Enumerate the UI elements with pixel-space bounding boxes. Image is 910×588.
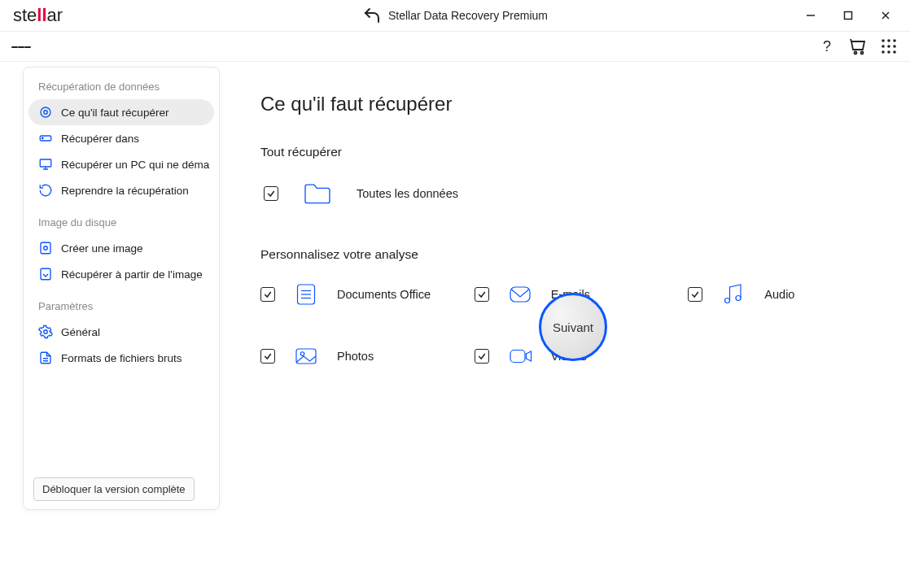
sidebar-item-recover-from-image[interactable]: Récupérer à partir de l'image bbox=[28, 261, 214, 287]
sidebar-group-settings: Paramètres bbox=[28, 300, 214, 319]
checkbox-audio[interactable] bbox=[688, 287, 702, 302]
apps-button[interactable] bbox=[879, 37, 899, 56]
file-icon bbox=[38, 351, 53, 365]
sidebar-group-disk-image: Image du disque bbox=[28, 216, 214, 235]
documents-label: Documents Office bbox=[337, 288, 431, 301]
svg-point-14 bbox=[893, 50, 896, 54]
photos-label: Photos bbox=[337, 350, 374, 363]
videos-icon bbox=[504, 340, 536, 372]
svg-point-15 bbox=[41, 107, 50, 117]
sidebar-item-label: Récupérer dans bbox=[61, 133, 139, 145]
section-custom-title: Personnalisez votre analyse bbox=[260, 247, 886, 262]
monitor-icon bbox=[38, 157, 53, 172]
svg-rect-35 bbox=[296, 349, 316, 364]
svg-point-7 bbox=[887, 39, 890, 42]
sidebar: Récupération de données Ce qu'il faut ré… bbox=[23, 67, 220, 510]
window-title-text: Stellar Data Recovery Premium bbox=[388, 9, 548, 22]
close-button[interactable] bbox=[874, 4, 897, 27]
svg-point-11 bbox=[893, 45, 896, 48]
titlebar: stellar Stellar Data Recovery Premium bbox=[0, 0, 910, 32]
checkbox-emails[interactable] bbox=[475, 287, 489, 302]
audio-label: Audio bbox=[764, 288, 794, 301]
email-icon bbox=[504, 278, 536, 311]
next-button[interactable]: Suivant bbox=[539, 293, 607, 361]
sidebar-item-recover-from[interactable]: Récupérer dans bbox=[28, 125, 214, 151]
svg-point-8 bbox=[893, 39, 896, 42]
svg-point-10 bbox=[887, 45, 890, 48]
main-panel: Ce qu'il faut récupérer Tout récupérer T… bbox=[236, 62, 910, 372]
window-title: Stellar Data Recovery Premium bbox=[362, 6, 548, 25]
svg-point-5 bbox=[861, 52, 864, 54]
checkbox-videos[interactable] bbox=[475, 349, 489, 364]
image-restore-icon bbox=[38, 267, 53, 281]
checkbox-all-data[interactable] bbox=[264, 186, 278, 201]
svg-rect-24 bbox=[41, 268, 50, 280]
cart-button[interactable] bbox=[848, 37, 868, 56]
sidebar-item-label: Créer une image bbox=[61, 242, 143, 255]
sidebar-item-raw-formats[interactable]: Formats de fichiers bruts bbox=[28, 345, 214, 371]
resume-icon bbox=[38, 183, 53, 198]
undo-icon bbox=[362, 6, 382, 25]
all-data-label: Toutes les données bbox=[357, 187, 458, 200]
sidebar-item-label: Récupérer un PC qui ne déma bbox=[61, 159, 209, 171]
sidebar-item-label: Récupérer à partir de l'image bbox=[61, 268, 203, 281]
svg-point-12 bbox=[882, 50, 885, 54]
checkbox-documents[interactable] bbox=[260, 287, 275, 302]
svg-point-18 bbox=[42, 137, 44, 139]
minimize-button[interactable] bbox=[799, 4, 822, 27]
sidebar-item-general[interactable]: Général bbox=[28, 319, 214, 345]
sidebar-item-label: Ce qu'il faut récupérer bbox=[61, 107, 168, 119]
page-title: Ce qu'il faut récupérer bbox=[260, 93, 886, 115]
svg-point-25 bbox=[44, 330, 48, 334]
menu-button[interactable] bbox=[11, 37, 31, 57]
svg-point-33 bbox=[725, 298, 730, 303]
svg-rect-32 bbox=[510, 287, 530, 302]
svg-rect-1 bbox=[845, 12, 852, 20]
svg-rect-19 bbox=[40, 159, 51, 167]
svg-rect-22 bbox=[41, 242, 50, 254]
gear-icon bbox=[38, 324, 53, 339]
sidebar-item-what-to-recover[interactable]: Ce qu'il faut récupérer bbox=[28, 99, 214, 125]
unlock-full-version-button[interactable]: Débloquer la version complète bbox=[33, 477, 195, 501]
svg-rect-37 bbox=[510, 351, 525, 363]
folder-icon bbox=[300, 176, 335, 211]
audio-icon bbox=[717, 278, 750, 311]
target-icon bbox=[38, 105, 53, 120]
app-window: stellar Stellar Data Recovery Premium ? bbox=[0, 0, 910, 588]
checkbox-photos[interactable] bbox=[260, 349, 275, 364]
help-button[interactable]: ? bbox=[817, 37, 837, 56]
svg-point-13 bbox=[887, 50, 890, 54]
svg-point-23 bbox=[44, 246, 48, 250]
svg-marker-38 bbox=[526, 351, 531, 361]
sidebar-item-create-image[interactable]: Créer une image bbox=[28, 235, 214, 261]
maximize-button[interactable] bbox=[837, 4, 860, 27]
svg-point-4 bbox=[855, 52, 857, 54]
section-all-title: Tout récupérer bbox=[260, 145, 886, 159]
disk-icon bbox=[38, 241, 53, 255]
app-logo: stellar bbox=[13, 5, 63, 26]
sidebar-item-label: Formats de fichiers bruts bbox=[61, 352, 182, 364]
sidebar-item-label: Reprendre la récupération bbox=[61, 185, 189, 197]
documents-icon bbox=[290, 278, 322, 311]
svg-point-36 bbox=[300, 352, 304, 356]
svg-point-16 bbox=[44, 111, 48, 115]
svg-point-34 bbox=[736, 296, 741, 301]
sidebar-item-label: Général bbox=[61, 326, 100, 338]
svg-point-9 bbox=[882, 45, 885, 48]
photos-icon bbox=[290, 340, 322, 372]
toolbar: ? bbox=[0, 32, 910, 62]
sidebar-group-recovery: Récupération de données bbox=[28, 81, 214, 99]
sidebar-item-recover-pc[interactable]: Récupérer un PC qui ne déma bbox=[28, 151, 214, 177]
sidebar-item-resume-recovery[interactable]: Reprendre la récupération bbox=[28, 177, 214, 203]
drive-icon bbox=[38, 131, 53, 146]
svg-point-6 bbox=[882, 39, 885, 42]
